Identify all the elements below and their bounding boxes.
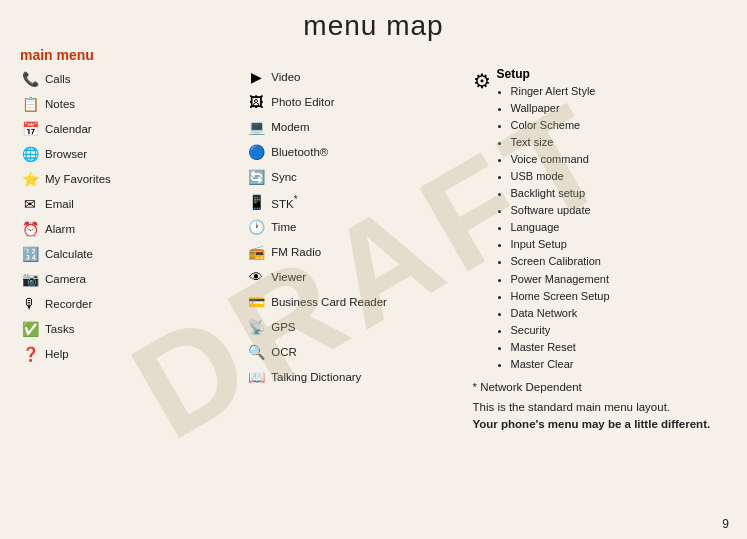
setup-list-item: Wallpaper	[511, 100, 610, 117]
setup-list-item: USB mode	[511, 168, 610, 185]
list-item: 🔢 Calculate	[20, 244, 236, 264]
list-item: 🕐 Time	[246, 217, 462, 237]
menu-icon: 🕐	[246, 217, 266, 237]
col3: ⚙ Setup Ringer Alert StyleWallpaperColor…	[473, 47, 733, 433]
menu-icon: ▶	[246, 67, 266, 87]
list-item: ✅ Tasks	[20, 319, 236, 339]
menu-label: Calculate	[45, 248, 93, 260]
setup-list-item: Voice command	[511, 151, 610, 168]
menu-label: Camera	[45, 273, 86, 285]
setup-list-item: Language	[511, 219, 610, 236]
list-item: 🖼 Photo Editor	[246, 92, 462, 112]
setup-list-item: Software update	[511, 202, 610, 219]
menu-label: GPS	[271, 321, 295, 333]
menu-label: Photo Editor	[271, 96, 334, 108]
setup-list: Ringer Alert StyleWallpaperColor SchemeT…	[497, 83, 610, 373]
page-number: 9	[722, 517, 729, 531]
setup-list-item: Screen Calibration	[511, 253, 610, 270]
menu-icon: ✅	[20, 319, 40, 339]
menu-icon: 🔢	[20, 244, 40, 264]
standard-note-bold: Your phone's menu may be a little differ…	[473, 418, 711, 430]
menu-icon: 🔵	[246, 142, 266, 162]
menu-label: Tasks	[45, 323, 74, 335]
menu-label: Modem	[271, 121, 309, 133]
menu-label: Email	[45, 198, 74, 210]
menu-icon: ❓	[20, 344, 40, 364]
list-item: 🔵 Bluetooth®	[246, 142, 462, 162]
menu-label: Sync	[271, 171, 297, 183]
menu-label: Video	[271, 71, 300, 83]
list-item: 👁 Viewer	[246, 267, 462, 287]
menu-icon: 🖼	[246, 92, 266, 112]
setup-list-item: Text size	[511, 134, 610, 151]
menu-label: OCR	[271, 346, 297, 358]
main-menu-label: main menu	[20, 47, 236, 63]
list-item: 📋 Notes	[20, 94, 236, 114]
setup-list-item: Ringer Alert Style	[511, 83, 610, 100]
setup-list-item: Master Reset	[511, 339, 610, 356]
setup-icon: ⚙	[473, 69, 491, 373]
list-item: 📞 Calls	[20, 69, 236, 89]
menu-icon: ⏰	[20, 219, 40, 239]
menu-label: My Favorites	[45, 173, 111, 185]
menu-label: STK*	[271, 194, 297, 210]
menu-icon: 📋	[20, 94, 40, 114]
list-item: ⏰ Alarm	[20, 219, 236, 239]
menu-icon: 🌐	[20, 144, 40, 164]
menu-icon: 👁	[246, 267, 266, 287]
list-item: 💻 Modem	[246, 117, 462, 137]
menu-icon: 🔍	[246, 342, 266, 362]
menu-label: FM Radio	[271, 246, 321, 258]
setup-list-item: Home Screen Setup	[511, 288, 610, 305]
network-note: * Network Dependent	[473, 381, 733, 393]
menu-icon: 📻	[246, 242, 266, 262]
menu-label: Calls	[45, 73, 71, 85]
menu-label: Recorder	[45, 298, 92, 310]
setup-list-item: Security	[511, 322, 610, 339]
list-item: ❓ Help	[20, 344, 236, 364]
list-item: 🎙 Recorder	[20, 294, 236, 314]
menu-label: Alarm	[45, 223, 75, 235]
list-item: 🌐 Browser	[20, 144, 236, 164]
list-item: 📖 Talking Dictionary	[246, 367, 462, 387]
col1: main menu 📞 Calls 📋 Notes 📅 Calendar 🌐 B…	[20, 47, 236, 433]
menu-icon: 💳	[246, 292, 266, 312]
list-item: 🔍 OCR	[246, 342, 462, 362]
menu-icon: 🎙	[20, 294, 40, 314]
menu-icon: ✉	[20, 194, 40, 214]
setup-list-item: Input Setup	[511, 236, 610, 253]
menu-label: Calendar	[45, 123, 92, 135]
setup-list-item: Master Clear	[511, 356, 610, 373]
list-item: ✉ Email	[20, 194, 236, 214]
list-item: 💳 Business Card Reader	[246, 292, 462, 312]
standard-note-plain: This is the standard main menu layout.	[473, 401, 671, 413]
page-title: menu map	[0, 0, 747, 42]
menu-label: Time	[271, 221, 296, 233]
menu-label: Viewer	[271, 271, 306, 283]
standard-note: This is the standard main menu layout. Y…	[473, 399, 733, 434]
menu-icon: 📱	[246, 192, 266, 212]
list-item: 📻 FM Radio	[246, 242, 462, 262]
menu-label: Notes	[45, 98, 75, 110]
col2: ▶ Video 🖼 Photo Editor 💻 Modem 🔵 Bluetoo…	[246, 47, 462, 433]
list-item: 📷 Camera	[20, 269, 236, 289]
list-item: ⭐ My Favorites	[20, 169, 236, 189]
setup-title: Setup	[497, 67, 610, 81]
menu-icon: 📡	[246, 317, 266, 337]
setup-list-item: Color Scheme	[511, 117, 610, 134]
menu-icon: 📖	[246, 367, 266, 387]
list-item: 📅 Calendar	[20, 119, 236, 139]
list-item: ▶ Video	[246, 67, 462, 87]
menu-icon: 📅	[20, 119, 40, 139]
menu-icon: 📷	[20, 269, 40, 289]
list-item: 📡 GPS	[246, 317, 462, 337]
menu-label: Browser	[45, 148, 87, 160]
list-item: 🔄 Sync	[246, 167, 462, 187]
menu-label: Talking Dictionary	[271, 371, 361, 383]
setup-list-item: Power Management	[511, 271, 610, 288]
menu-label: Bluetooth®	[271, 146, 328, 158]
menu-icon: ⭐	[20, 169, 40, 189]
menu-label: Help	[45, 348, 69, 360]
menu-icon: 🔄	[246, 167, 266, 187]
menu-label: Business Card Reader	[271, 296, 387, 308]
